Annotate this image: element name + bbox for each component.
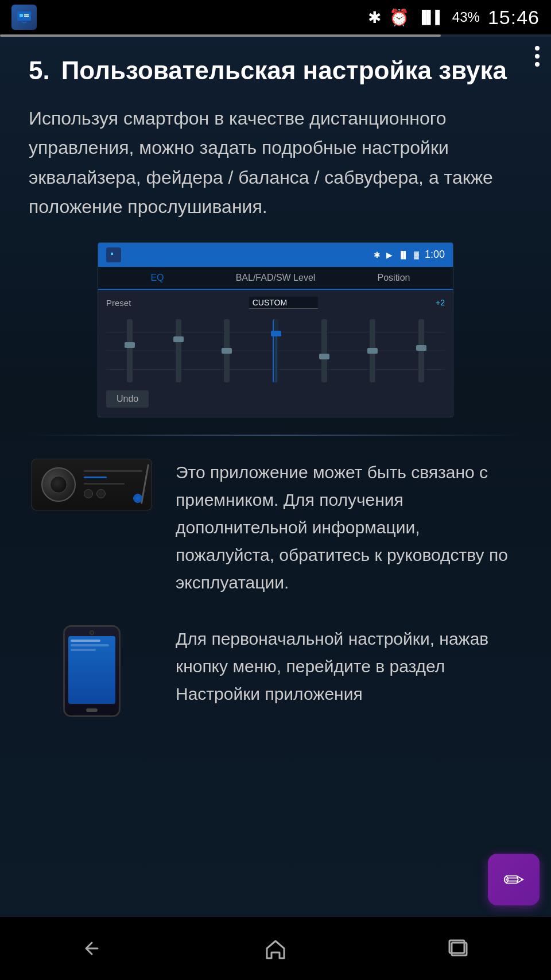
eq-handle-6[interactable]: [367, 348, 378, 354]
eq-battery-icon: ▓: [414, 251, 419, 259]
screen-line-3: [71, 649, 96, 651]
radio-line-2: [84, 483, 125, 485]
home-button[interactable]: [247, 925, 304, 971]
more-menu-button[interactable]: [535, 46, 540, 67]
back-icon: [77, 934, 106, 963]
eq-preset-row: Preset CUSTOM +2: [106, 297, 445, 309]
eq-preset-value[interactable]: CUSTOM: [249, 297, 318, 309]
radio-knob: [41, 467, 76, 502]
more-dot-2: [535, 54, 540, 59]
radio-line-1: [84, 470, 142, 472]
more-dot-3: [535, 62, 540, 67]
info-text-smartphone: Для первоначальной настройки, нажав кноп…: [176, 625, 522, 708]
smartphone-screen-content: [68, 636, 115, 654]
smartphone-screen: [68, 636, 115, 704]
more-dot-1: [535, 46, 540, 51]
eq-sliders-area: [106, 313, 445, 388]
info-section-receiver: Это приложение может быть связано с прие…: [29, 459, 522, 596]
eq-undo-button[interactable]: Undo: [106, 390, 149, 408]
divider-1: [29, 435, 522, 436]
eq-fill-4: [276, 331, 277, 382]
eq-handle-3[interactable]: [222, 348, 232, 354]
eq-track-2: [176, 319, 181, 382]
radio-cd-indicator: [133, 494, 142, 503]
eq-header-icons: ✱ ▶ ▐▌ ▓ 1:00: [374, 249, 445, 261]
eq-track-3: [224, 319, 230, 382]
svg-rect-5: [111, 253, 113, 255]
eq-handle-7[interactable]: [416, 345, 426, 351]
svg-rect-0: [17, 11, 31, 21]
eq-db-value: +2: [436, 298, 445, 307]
status-time: 15:46: [488, 6, 540, 29]
eq-screenshot: ✱ ▶ ▐▌ ▓ 1:00 EQ BAL/FAD/SW Level Positi…: [98, 242, 453, 417]
section-title: Пользовательская настройка звука: [61, 54, 507, 87]
fab-button[interactable]: ✏: [488, 854, 540, 905]
eq-play-icon: ▶: [386, 250, 393, 259]
eq-preset-label: Preset: [106, 298, 131, 308]
smartphone-camera: [90, 630, 94, 635]
eq-time: 1:00: [425, 249, 445, 261]
radio-line-blue: [84, 477, 107, 478]
status-right: ✱ ⏰ ▐▌▌ 43% 15:46: [368, 6, 540, 29]
eq-app-icon: [106, 247, 121, 262]
section-number: 5.: [29, 56, 50, 85]
eq-track-7: [418, 319, 424, 382]
bluetooth-icon: ✱: [368, 8, 381, 27]
main-content: 5. Пользовательская настройка звука Испо…: [0, 37, 551, 917]
battery-indicator: 43%: [452, 9, 480, 25]
svg-rect-1: [20, 14, 23, 17]
screen-line-2: [71, 644, 109, 646]
smartphone-home-button: [86, 708, 98, 712]
alarm-icon: ⏰: [389, 8, 409, 27]
eq-handle-2[interactable]: [173, 336, 184, 342]
eq-track-4: [273, 319, 278, 382]
eq-signal-icon: ▐▌: [398, 251, 408, 259]
eq-track-6: [370, 319, 375, 382]
eq-body: Preset CUSTOM +2: [98, 290, 453, 417]
recents-icon: [445, 934, 474, 963]
radio-btn-2: [96, 489, 106, 498]
eq-tabs: EQ BAL/FAD/SW Level Position: [98, 267, 453, 290]
back-button[interactable]: [63, 925, 121, 971]
signal-icon: ▐▌▌: [417, 10, 444, 25]
nav-bar: [0, 917, 551, 980]
receiver-image: [29, 459, 155, 510]
status-bar: ✱ ⏰ ▐▌▌ 43% 15:46: [0, 0, 551, 34]
eq-track-1: [127, 319, 133, 382]
eq-bt-icon: ✱: [374, 250, 381, 259]
eq-track-5: [321, 319, 327, 382]
eq-tab-bal[interactable]: BAL/FAD/SW Level: [216, 267, 335, 289]
app-icon: [11, 5, 37, 30]
screen-line-1: [71, 640, 100, 642]
info-section-smartphone: Для первоначальной настройки, нажав кноп…: [29, 625, 522, 717]
eq-screenshot-header: ✱ ▶ ▐▌ ▓ 1:00: [98, 243, 453, 267]
radio-receiver-illustration: [32, 459, 152, 510]
radio-knob-inner: [50, 476, 67, 493]
eq-handle-1[interactable]: [125, 342, 135, 348]
eq-tab-eq[interactable]: EQ: [98, 267, 216, 289]
section-header: 5. Пользовательская настройка звука: [29, 54, 522, 87]
radio-controls: [84, 470, 142, 498]
radio-btn-1: [84, 489, 93, 498]
recents-button[interactable]: [430, 925, 488, 971]
section-description: Используя смартфон в качестве дистанцион…: [29, 104, 522, 222]
eq-handle-5[interactable]: [319, 354, 329, 359]
fab-edit-icon: ✏: [503, 865, 525, 894]
info-text-receiver: Это приложение может быть связано с прие…: [176, 459, 522, 596]
home-icon: [261, 934, 290, 963]
eq-tab-position[interactable]: Position: [335, 267, 453, 289]
smartphone-illustration: [63, 625, 121, 717]
status-left: [11, 5, 37, 30]
smartphone-image: [29, 625, 155, 717]
